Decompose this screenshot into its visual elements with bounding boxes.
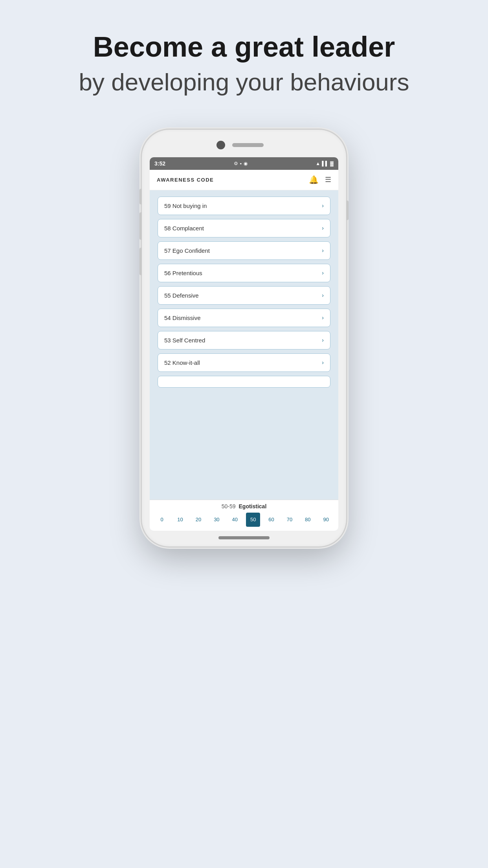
list-item[interactable]: 54 Dismissive › [158,309,330,327]
power-button[interactable] [346,200,349,220]
list-item-label: 53 Self Centred [164,337,205,344]
bottom-nav: 50-59 Egotistical 0 10 20 30 40 50 60 70… [150,500,338,531]
list-item[interactable]: 52 Know-it-all › [158,353,330,372]
list-item-label: 52 Know-it-all [164,359,200,366]
chevron-right-icon: › [322,270,324,276]
status-right-icons: ▲ ▌▌ ▓ [316,161,334,166]
phone-screen: 3:52 ⚙ ▪ ◉ ▲ ▌▌ ▓ AWARENESS CODE 🔔 ☰ [150,157,338,531]
list-item[interactable]: 57 Ego Confident › [158,241,330,260]
range-label-row: 50-59 Egotistical [150,500,338,511]
list-item-label: 55 Defensive [164,292,199,299]
range-label-num: 50-59 [222,503,236,509]
volume-button-2[interactable] [139,212,142,240]
range-tab-10[interactable]: 10 [173,513,187,527]
range-tab-70[interactable]: 70 [283,513,297,527]
menu-icon[interactable]: ☰ [325,175,331,184]
header-subtitle: by developing your behaviours [79,66,409,98]
chevron-right-icon: › [322,202,324,209]
status-bar: 3:52 ⚙ ▪ ◉ ▲ ▌▌ ▓ [150,157,338,170]
app-bar: AWARENESS CODE 🔔 ☰ [150,170,338,190]
chevron-right-icon: › [322,314,324,321]
earpiece-speaker [232,143,264,147]
app-title: AWARENESS CODE [157,177,214,183]
range-tab-30[interactable]: 30 [209,513,224,527]
range-tab-40[interactable]: 40 [228,513,242,527]
chevron-right-icon: › [322,359,324,366]
list-item[interactable]: 58 Complacent › [158,219,330,237]
header-title: Become a great leader [79,31,409,63]
status-left-icons: ⚙ ▪ ◉ [234,161,248,166]
battery-icon: ▓ [330,161,334,166]
gear-icon: ⚙ [234,161,238,166]
signal-icon: ▌▌ [322,161,328,166]
list-item-label: 56 Pretentious [164,270,202,276]
range-label-text: Egotistical [239,503,267,509]
range-tab-60[interactable]: 60 [264,513,279,527]
battery-icon-left: ▪ [240,161,242,166]
list-item[interactable]: 56 Pretentious › [158,264,330,282]
list-container: 59 Not buying in › 58 Complacent › 57 Eg… [150,190,338,500]
chevron-right-icon: › [322,292,324,298]
chevron-right-icon: › [322,247,324,254]
volume-button-1[interactable] [139,189,142,204]
list-item[interactable]: 53 Self Centred › [158,331,330,349]
range-tabs: 0 10 20 30 40 50 60 70 80 90 [150,511,338,531]
front-camera [216,141,225,149]
list-item-label: 58 Complacent [164,225,204,232]
location-icon: ◉ [244,161,248,166]
phone-wrapper: 3:52 ⚙ ▪ ◉ ▲ ▌▌ ▓ AWARENESS CODE 🔔 ☰ [142,130,346,546]
volume-button-3[interactable] [139,248,142,275]
list-item-partial[interactable] [158,376,330,388]
app-bar-icons: 🔔 ☰ [309,175,331,184]
content-area: 59 Not buying in › 58 Complacent › 57 Eg… [150,190,338,531]
header-section: Become a great leader by developing your… [79,31,409,98]
home-bar[interactable] [218,536,270,539]
bell-icon[interactable]: 🔔 [309,175,319,184]
list-item-label: 54 Dismissive [164,314,201,321]
range-tab-90[interactable]: 90 [319,513,333,527]
range-tab-50[interactable]: 50 [246,513,260,527]
list-item[interactable]: 59 Not buying in › [158,197,330,215]
wifi-icon: ▲ [316,161,320,166]
chevron-right-icon: › [322,337,324,343]
range-tab-0[interactable]: 0 [155,513,169,527]
range-tab-80[interactable]: 80 [301,513,315,527]
list-item-label: 57 Ego Confident [164,247,210,254]
chevron-right-icon: › [322,225,324,231]
list-item-label: 59 Not buying in [164,202,207,209]
range-tab-20[interactable]: 20 [191,513,205,527]
list-item[interactable]: 55 Defensive › [158,286,330,305]
status-time: 3:52 [154,160,165,167]
